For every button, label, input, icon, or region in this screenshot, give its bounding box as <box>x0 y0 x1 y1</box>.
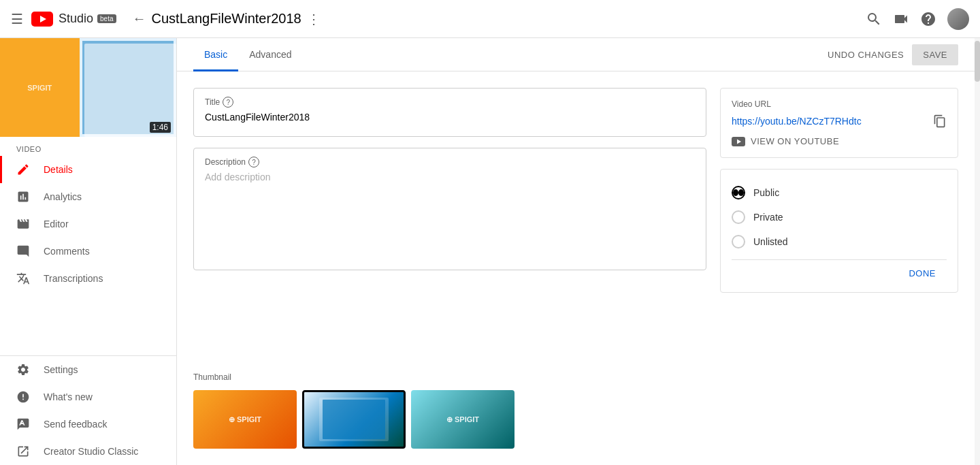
radio-private-label: Private <box>753 212 783 223</box>
analytics-icon <box>16 190 33 204</box>
main-content: Basic Advanced UNDO CHANGES SAVE Title ?… <box>177 38 975 465</box>
view-on-youtube-label: VIEW ON YOUTUBE <box>751 136 839 146</box>
radio-unlisted[interactable]: Unlisted <box>732 229 947 254</box>
video-duration: 1:46 <box>150 122 171 133</box>
creator-studio-icon <box>16 445 33 458</box>
form-right: Video URL https://youtu.be/NZCzT7RHdtc V… <box>720 88 958 356</box>
search-icon[interactable] <box>866 11 882 27</box>
header-left: ☰ Studio beta <box>11 11 116 27</box>
visibility-box: Public Private Unlisted DONE <box>720 169 958 293</box>
radio-public-circle <box>732 186 745 199</box>
sidebar-item-label-editor: Editor <box>44 219 69 229</box>
sidebar-item-label-send-feedback: Send feedback <box>44 419 107 430</box>
thumb1-logo: ⊕ SPIGIT <box>229 415 261 424</box>
sidebar-item-creator-studio[interactable]: Creator Studio Classic <box>0 438 176 465</box>
thumbnail-section: Thumbnail ⊕ SPIGIT ⊕ SPIGIT <box>177 372 975 465</box>
url-row: https://youtu.be/NZCzT7RHdtc <box>732 114 947 128</box>
sidebar-item-label-comments: Comments <box>44 246 90 257</box>
sidebar-item-send-feedback[interactable]: Send feedback <box>0 411 176 438</box>
settings-icon <box>16 363 33 376</box>
sidebar-item-label-transcriptions: Transcriptions <box>44 273 103 284</box>
title-label: Title ? <box>205 97 695 108</box>
video-url-label: Video URL <box>732 99 947 109</box>
sidebar-bottom: Settings What's new Send feedback <box>0 355 176 465</box>
sidebar-item-label-settings: Settings <box>44 364 78 375</box>
thumbnail-option-1[interactable]: ⊕ SPIGIT <box>193 390 297 449</box>
back-button[interactable]: ← <box>133 11 146 27</box>
comments-icon <box>16 244 33 258</box>
sidebar-item-comments[interactable]: Comments <box>0 238 176 265</box>
transcriptions-icon <box>16 272 33 285</box>
sidebar-item-label-whats-new: What's new <box>44 391 93 402</box>
description-help-icon[interactable]: ? <box>248 157 259 167</box>
sidebar-item-editor[interactable]: Editor <box>0 210 176 238</box>
tabs-actions: UNDO CHANGES SAVE <box>828 44 958 65</box>
sidebar-item-analytics[interactable]: Analytics <box>0 183 176 210</box>
hamburger-menu[interactable]: ☰ <box>11 11 23 27</box>
studio-label: Studio <box>59 12 93 26</box>
youtube-icon <box>31 12 53 27</box>
radio-public-label: Public <box>753 187 779 198</box>
send-feedback-icon <box>16 417 33 431</box>
youtube-studio-logo[interactable]: Studio beta <box>31 12 116 27</box>
sidebar-item-label-analytics: Analytics <box>44 191 82 202</box>
thumbnail-label: Thumbnail <box>193 372 958 382</box>
thumbnail-option-3[interactable]: ⊕ SPIGIT <box>411 390 514 449</box>
description-placeholder[interactable]: Add description <box>205 172 695 188</box>
scrollbar-track[interactable] <box>975 38 980 465</box>
tabs-left: Basic Advanced <box>193 38 303 71</box>
sidebar-item-details[interactable]: Details <box>0 156 176 183</box>
tab-advanced[interactable]: Advanced <box>238 38 302 71</box>
video-url-text[interactable]: https://youtu.be/NZCzT7RHdtc <box>732 116 862 127</box>
more-options-button[interactable]: ⋮ <box>307 11 321 27</box>
title-help-icon[interactable]: ? <box>223 97 233 108</box>
form-left: Title ? CustLangFileWinter2018 Descripti… <box>193 88 706 356</box>
whats-new-icon <box>16 390 33 404</box>
title-value[interactable]: CustLangFileWinter2018 <box>205 112 695 128</box>
header-right <box>866 8 969 30</box>
video-title-header: CustLangFileWinter2018 <box>152 11 301 27</box>
description-label: Description ? <box>205 157 695 167</box>
radio-public[interactable]: Public <box>732 180 947 205</box>
user-avatar[interactable] <box>947 8 969 30</box>
form-area: Title ? CustLangFileWinter2018 Descripti… <box>177 71 975 372</box>
sidebar: SPIGIT 1:46 Video Details <box>0 38 177 465</box>
editor-icon <box>16 217 33 231</box>
title-field-box[interactable]: Title ? CustLangFileWinter2018 <box>193 88 706 137</box>
thumbnail-row: ⊕ SPIGIT ⊕ SPIGIT <box>193 390 958 449</box>
app-header: ☰ Studio beta ← CustLangFileWinter2018 ⋮ <box>0 0 980 38</box>
body-wrap: SPIGIT 1:46 Video Details <box>0 38 980 465</box>
tab-basic[interactable]: Basic <box>193 38 238 71</box>
youtube-small-icon <box>732 137 745 146</box>
save-button[interactable]: SAVE <box>912 44 958 65</box>
view-on-youtube-link[interactable]: VIEW ON YOUTUBE <box>732 136 947 146</box>
done-row: DONE <box>732 259 947 281</box>
radio-private[interactable]: Private <box>732 205 947 229</box>
sidebar-item-label-details: Details <box>44 164 73 175</box>
help-icon[interactable] <box>920 11 936 27</box>
thumb3-logo: ⊕ SPIGIT <box>446 415 479 424</box>
beta-badge: beta <box>97 14 116 23</box>
header-title-area: ← CustLangFileWinter2018 ⋮ <box>133 11 866 27</box>
radio-private-circle <box>732 210 745 224</box>
sidebar-item-settings[interactable]: Settings <box>0 356 176 383</box>
undo-changes-button[interactable]: UNDO CHANGES <box>828 50 904 60</box>
create-video-icon[interactable] <box>893 11 909 27</box>
tabs-bar: Basic Advanced UNDO CHANGES SAVE <box>177 38 975 71</box>
video-url-box: Video URL https://youtu.be/NZCzT7RHdtc V… <box>720 88 958 158</box>
description-field-box[interactable]: Description ? Add description <box>193 148 706 270</box>
sidebar-item-transcriptions[interactable]: Transcriptions <box>0 265 176 292</box>
done-button[interactable]: DONE <box>909 268 936 278</box>
scrollbar-thumb[interactable] <box>975 41 980 82</box>
video-thumbnail[interactable]: SPIGIT 1:46 <box>0 38 176 137</box>
details-icon <box>16 163 33 176</box>
sidebar-item-label-creator-studio: Creator Studio Classic <box>44 446 138 457</box>
sidebar-item-whats-new[interactable]: What's new <box>0 383 176 411</box>
thumbnail-option-2[interactable] <box>302 390 406 449</box>
sidebar-section-video: Video <box>0 137 176 156</box>
radio-unlisted-label: Unlisted <box>753 236 788 247</box>
copy-url-button[interactable] <box>933 114 947 128</box>
radio-unlisted-circle <box>732 235 745 248</box>
